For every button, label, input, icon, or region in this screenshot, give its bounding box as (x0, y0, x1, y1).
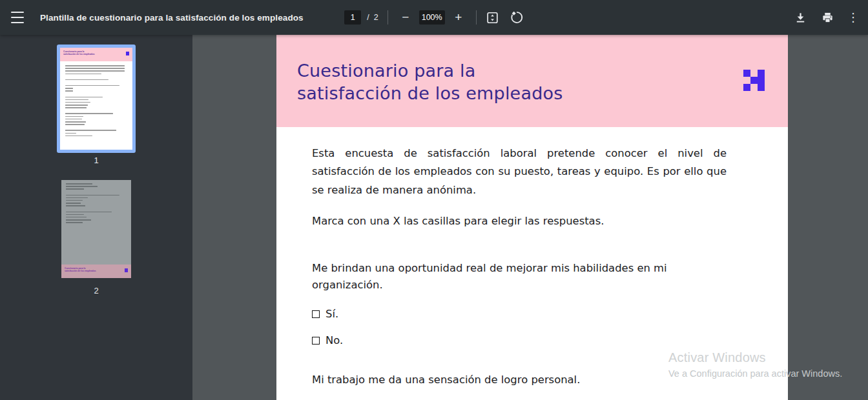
zoom-in-icon[interactable]: + (450, 9, 467, 26)
thumbnail-text-line (65, 74, 101, 75)
option-label: Sí. (326, 308, 338, 320)
thumbnail-page-2[interactable]: Cuestionario para lasatisfacción de los … (61, 180, 131, 278)
print-icon[interactable] (822, 12, 834, 24)
thumbnail-text-line (65, 85, 119, 86)
thumbnail-text-line (66, 192, 127, 195)
thumbnail-text-line (65, 102, 90, 103)
thumbnail-2-text-lines (61, 180, 131, 228)
thumbnail-text-line (65, 65, 125, 66)
thumbnail-text-line (65, 70, 125, 72)
pdf-viewer-toolbar: Plantilla de cuestionario para la satisf… (0, 0, 868, 35)
document-title: Plantilla de cuestionario para la satisf… (40, 13, 304, 23)
thumbnail-2-page-label: 2 (61, 286, 131, 295)
thumbnail-text-line (66, 203, 81, 204)
thumbnail-text-line (66, 183, 92, 185)
thumbnail-text-line (65, 116, 83, 117)
intro-paragraph: Esta encuesta de satisfacción laboral pr… (312, 145, 727, 199)
option-row: No. (312, 334, 727, 346)
pdf-page-1: Cuestionario para la satisfacción de los… (276, 35, 788, 400)
thumbnail-1-page-label: 1 (57, 155, 136, 165)
thumbnail-text-line (66, 222, 83, 223)
thumbnail-text-line (65, 94, 127, 97)
pixel-h-logo-icon (743, 70, 765, 91)
zoom-out-icon[interactable]: − (397, 9, 414, 26)
question-1: Me brindan una oportunidad real de mejor… (312, 260, 727, 294)
thumbnail-text-line (65, 113, 113, 114)
rotate-counterclockwise-icon[interactable] (510, 10, 524, 25)
page-divider: / (367, 13, 369, 22)
thumbnail-1-logo-icon (126, 52, 129, 55)
thumbnail-page-1[interactable]: Cuestionario para lasatisfacción de los … (57, 45, 136, 153)
thumbnail-text-line (65, 88, 73, 89)
thumbnail-text-line (65, 130, 116, 131)
thumbnail-text-line (65, 97, 103, 98)
checkbox-icon (312, 310, 320, 318)
thumbnail-text-line (65, 107, 87, 108)
question-1-options: Sí. No. (312, 308, 727, 346)
question-2: Mi trabajo me da una sensación de logro … (312, 372, 727, 388)
thumbnail-text-line (65, 135, 92, 137)
thumbnail-text-line (66, 197, 88, 199)
thumbnail-text-line (65, 119, 82, 120)
thumbnail-sidebar: Cuestionario para lasatisfacción de los … (0, 35, 192, 400)
thumbnail-2-logo-icon (125, 268, 128, 272)
thumbnail-text-line (66, 186, 98, 187)
thumbnail-text-line (66, 214, 84, 215)
thumbnail-text-line (66, 208, 127, 212)
checkbox-icon (312, 337, 320, 345)
thumbnail-2-title: Cuestionario para lasatisfacción de los … (65, 267, 126, 272)
thumbnail-text-line (66, 200, 83, 201)
menu-icon[interactable] (10, 12, 25, 23)
toolbar-separator (476, 10, 477, 25)
thumbnail-1-title: Cuestionario para lasatisfacción de los … (63, 50, 127, 55)
thumbnail-text-line (66, 212, 112, 213)
document-header-band: Cuestionario para la satisfacción de los… (276, 35, 788, 127)
thumbnail-text-line (65, 99, 88, 101)
fit-to-page-icon[interactable] (486, 11, 499, 25)
thumbnail-2-footer: Cuestionario para lasatisfacción de los … (61, 265, 131, 278)
thumbnail-text-line (65, 133, 76, 134)
more-options-icon[interactable]: ⋮ (849, 10, 858, 25)
thumbnail-text-line (65, 68, 125, 69)
option-label: No. (326, 334, 343, 346)
thumbnail-text-line (65, 121, 86, 123)
document-body: Esta encuesta de satisfacción laboral pr… (276, 145, 788, 400)
thumbnail-text-line (66, 195, 119, 196)
instructions-paragraph: Marca con una X las casillas para elegir… (312, 212, 727, 230)
document-heading: Cuestionario para la satisfacción de los… (297, 59, 563, 105)
page-number-input[interactable]: 1 (344, 10, 361, 25)
option-row: Sí. (312, 308, 727, 320)
toolbar-left-section: Plantilla de cuestionario para la satisf… (0, 12, 344, 23)
download-icon[interactable] (794, 12, 807, 24)
thumbnail-1-text-lines (60, 61, 132, 142)
zoom-level-input[interactable]: 100% (419, 10, 445, 25)
thumbnail-page-1-preview: Cuestionario para lasatisfacción de los … (60, 48, 132, 150)
page-total: 2 (374, 13, 378, 22)
toolbar-right-section: ⋮ (524, 10, 868, 25)
thumbnail-text-line (66, 219, 91, 221)
pdf-viewport[interactable]: Cuestionario para la satisfacción de los… (192, 35, 868, 400)
thumbnail-text-line (65, 79, 108, 81)
thumbnail-text-line (66, 205, 85, 206)
toolbar-separator (388, 10, 388, 25)
thumbnail-text-line (65, 105, 88, 106)
toolbar-center-section: 1 / 2 − 100% + (344, 9, 523, 26)
thumbnail-text-line (65, 124, 85, 125)
thumbnail-text-line (65, 90, 73, 92)
thumbnail-1-header: Cuestionario para lasatisfacción de los … (60, 48, 132, 61)
thumbnail-text-line (66, 217, 87, 218)
thumbnail-text-line (66, 188, 84, 190)
